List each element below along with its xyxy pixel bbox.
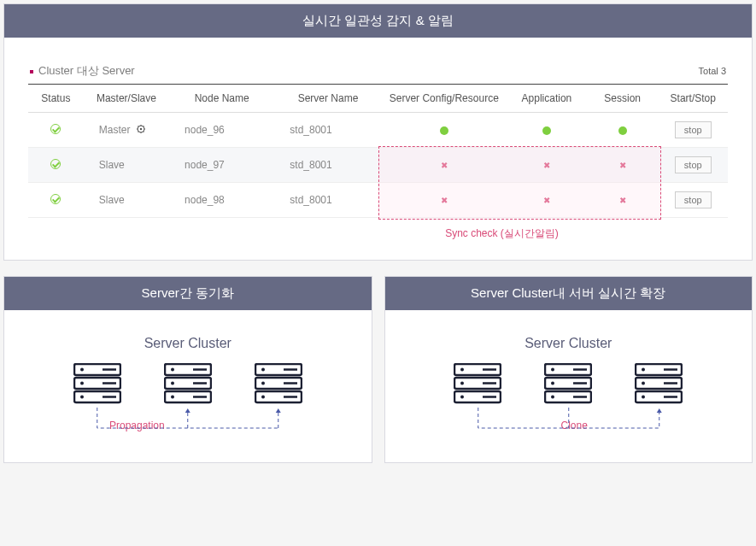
gear-icon bbox=[137, 124, 145, 136]
propagation-connector bbox=[25, 408, 351, 442]
cell-node: node_98 bbox=[169, 183, 274, 218]
cell-node: node_96 bbox=[169, 113, 274, 148]
status-err-icon bbox=[542, 161, 551, 170]
col-sess: Session bbox=[587, 85, 659, 113]
cell-cfg bbox=[382, 148, 507, 183]
cell-sess bbox=[587, 113, 659, 148]
col-server: Server Name bbox=[274, 85, 381, 113]
status-err-icon bbox=[440, 161, 448, 170]
stop-button[interactable]: stop bbox=[675, 191, 712, 208]
status-ok-icon bbox=[50, 159, 61, 169]
cell-cfg bbox=[382, 113, 507, 148]
status-err-icon bbox=[440, 197, 448, 205]
realtime-consistency-panel: 실시간 일관성 감지 & 알림 Cluster 대상 Server Total … bbox=[3, 3, 753, 261]
panel-title: Server간 동기화 bbox=[4, 277, 372, 310]
total-value: 3 bbox=[721, 66, 726, 76]
cell-role: Slave bbox=[84, 148, 169, 183]
col-app: Application bbox=[507, 85, 587, 113]
server-icon bbox=[73, 363, 121, 404]
table-row: Slavenode_97std_8001stop bbox=[28, 148, 728, 183]
server-icon bbox=[255, 363, 302, 404]
col-cfg: Server Config/Resource bbox=[382, 85, 507, 113]
cluster-table: Status Master/Slave Node Name Server Nam… bbox=[28, 84, 728, 218]
col-ctrl: Start/Stop bbox=[658, 85, 728, 113]
table-row: Master node_96std_8001stop bbox=[28, 113, 728, 148]
sync-check-label: Sync check (실시간알림) bbox=[276, 226, 728, 241]
server-cluster bbox=[406, 363, 732, 404]
cluster-title: Server Cluster bbox=[406, 336, 732, 351]
cluster-scale-panel: Server Cluster내 서버 실시간 확장 Server Cluster… bbox=[384, 276, 753, 463]
clone-connector bbox=[406, 408, 732, 442]
status-err-icon bbox=[618, 197, 627, 205]
status-err-icon bbox=[618, 161, 627, 170]
status-ok-icon bbox=[618, 126, 627, 135]
cell-app bbox=[507, 183, 587, 218]
status-ok-icon bbox=[50, 124, 61, 134]
cell-server: std_8001 bbox=[274, 148, 381, 183]
cell-role: Slave bbox=[84, 183, 169, 218]
col-status: Status bbox=[28, 85, 84, 113]
server-cluster bbox=[25, 363, 351, 404]
table-row: Slavenode_98std_8001stop bbox=[28, 183, 728, 218]
col-node: Node Name bbox=[169, 85, 274, 113]
cell-sess bbox=[587, 148, 659, 183]
cluster-title: Server Cluster bbox=[25, 336, 351, 351]
status-ok-icon bbox=[440, 126, 448, 135]
sync-between-servers-panel: Server간 동기화 Server Cluster Propagation bbox=[3, 276, 372, 463]
status-err-icon bbox=[542, 197, 551, 205]
status-ok-icon bbox=[542, 126, 551, 135]
stop-button[interactable]: stop bbox=[675, 156, 712, 173]
cell-cfg bbox=[382, 183, 507, 218]
cell-server: std_8001 bbox=[274, 183, 381, 218]
cell-app bbox=[507, 148, 587, 183]
panel-title: Server Cluster내 서버 실시간 확장 bbox=[385, 277, 753, 310]
section-title: Cluster 대상 Server bbox=[30, 63, 135, 79]
server-icon bbox=[164, 363, 212, 404]
server-icon bbox=[454, 363, 501, 404]
cell-role: Master bbox=[84, 113, 169, 148]
cell-app bbox=[507, 113, 587, 148]
server-icon bbox=[635, 363, 683, 404]
col-role: Master/Slave bbox=[84, 85, 169, 113]
cell-sess bbox=[587, 183, 659, 218]
total-label: Total 3 bbox=[699, 66, 726, 76]
status-ok-icon bbox=[50, 194, 61, 204]
panel-title: 실시간 일관성 감지 & 알림 bbox=[4, 4, 752, 38]
server-icon bbox=[544, 363, 592, 404]
cell-node: node_97 bbox=[169, 148, 274, 183]
stop-button[interactable]: stop bbox=[675, 121, 712, 138]
cell-server: std_8001 bbox=[274, 113, 381, 148]
